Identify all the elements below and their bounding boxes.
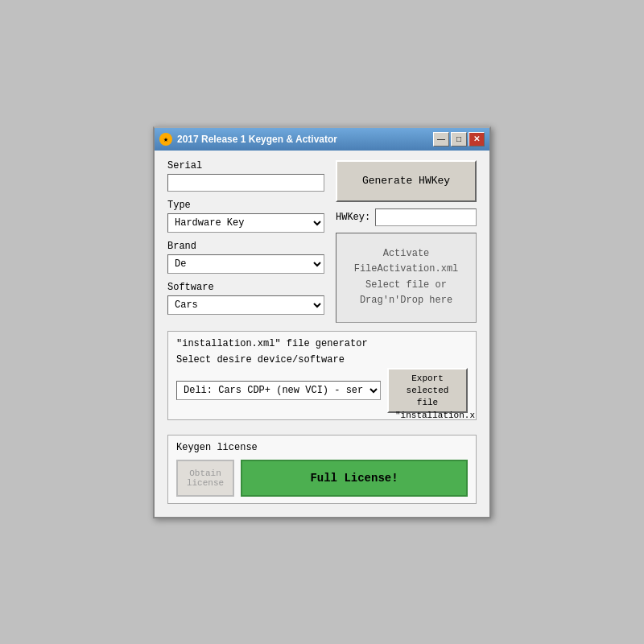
brand-label: Brand (167, 241, 324, 252)
export-button[interactable]: Export selected file "installation.x (387, 368, 468, 413)
serial-input[interactable] (167, 174, 324, 192)
keygen-section: Keygen license Obtain license Full Licen… (167, 435, 477, 504)
keygen-title: Keygen license (176, 442, 468, 453)
software-label: Software (167, 282, 324, 293)
serial-group: Serial (167, 160, 324, 192)
brand-group: Brand De Delphi Autocom (167, 241, 324, 274)
window-body: Serial Type Hardware Key Software Key Br… (155, 151, 489, 517)
activate-line2: Select file or Drag'n'Drop here (360, 279, 452, 306)
xml-row: Deli: Cars CDP+ (new VCI) - serial numbe… (176, 368, 468, 413)
generate-hwkey-button[interactable]: Generate HWKey (336, 160, 477, 202)
software-group: Software Cars Trucks Both (167, 282, 324, 315)
device-select[interactable]: Deli: Cars CDP+ (new VCI) - serial numbe… (176, 381, 381, 400)
xml-select-label: Select desire device/software (176, 354, 468, 365)
window-title: 2017 Release 1 Keygen & Activator (177, 134, 337, 145)
title-bar: ★ 2017 Release 1 Keygen & Activator — □ … (155, 128, 489, 151)
right-panel: Generate HWKey HWKey: Activate FileActiv… (336, 160, 477, 323)
minimize-button[interactable]: — (433, 132, 449, 147)
hwkey-label: HWKey: (336, 212, 370, 223)
activate-line1: Activate FileActivation.xml (354, 248, 459, 275)
software-select[interactable]: Cars Trucks Both (167, 295, 324, 315)
hwkey-row: HWKey: (336, 208, 477, 226)
brand-select[interactable]: De Delphi Autocom (167, 254, 324, 274)
activate-text: Activate FileActivation.xml Select file … (343, 246, 469, 308)
type-group: Type Hardware Key Software Key (167, 200, 324, 233)
close-button[interactable]: ✕ (469, 132, 485, 147)
type-label: Type (167, 200, 324, 211)
left-panel: Serial Type Hardware Key Software Key Br… (167, 160, 324, 323)
keygen-row: Obtain license Full License! (176, 460, 468, 497)
main-section: Serial Type Hardware Key Software Key Br… (167, 160, 477, 323)
xml-select-wrapper: Deli: Cars CDP+ (new VCI) - serial numbe… (176, 381, 381, 400)
obtain-license-button[interactable]: Obtain license (176, 460, 234, 497)
xml-section: "installation.xml" file generator Select… (167, 331, 477, 420)
serial-label: Serial (167, 160, 324, 171)
main-window: ★ 2017 Release 1 Keygen & Activator — □ … (153, 126, 491, 518)
xml-section-title: "installation.xml" file generator (176, 338, 468, 349)
title-bar-left: ★ 2017 Release 1 Keygen & Activator (159, 133, 337, 146)
app-icon: ★ (159, 133, 172, 146)
full-license-button[interactable]: Full License! (241, 460, 468, 497)
title-buttons: — □ ✕ (433, 132, 485, 147)
maximize-button[interactable]: □ (451, 132, 467, 147)
type-select[interactable]: Hardware Key Software Key (167, 213, 324, 233)
activate-box[interactable]: Activate FileActivation.xml Select file … (336, 233, 477, 323)
hwkey-input[interactable] (375, 208, 477, 226)
